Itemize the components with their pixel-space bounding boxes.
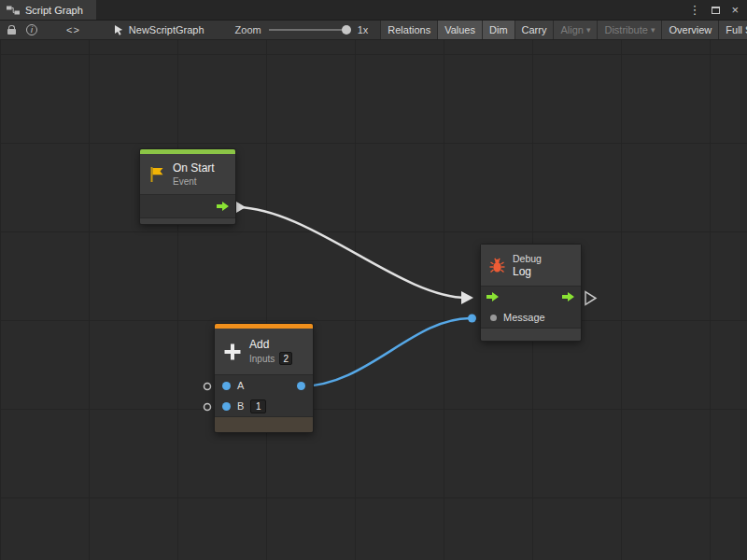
maximize-button[interactable]: [712, 7, 720, 14]
info-icon: i: [26, 24, 37, 35]
node-debug-log[interactable]: Debug Log Message: [481, 245, 581, 341]
graph-asset-button[interactable]: NewScriptGraph: [113, 24, 204, 35]
add-title: Add: [249, 338, 292, 351]
zoom-slider-handle[interactable]: [342, 25, 351, 35]
toolbar-button-distribute[interactable]: Distribute ▾: [598, 21, 662, 40]
info-button[interactable]: i: [16, 21, 37, 39]
on-start-footer: [140, 217, 235, 224]
message-port-label: Message: [503, 312, 545, 323]
zoom-value: 1x: [358, 24, 369, 35]
zoom-label: Zoom: [235, 24, 261, 35]
graph-asset-icon: [113, 24, 124, 35]
tab-title: Script Graph: [25, 5, 83, 16]
maximize-icon: [712, 7, 720, 14]
debug-ports: Message: [481, 287, 581, 328]
flow-input-port[interactable]: [486, 291, 500, 302]
add-header: Add Inputs 2: [215, 329, 313, 375]
titlebar: Script Graph ⋮ ×: [0, 0, 747, 21]
toolbar-button-values[interactable]: Values: [438, 21, 483, 40]
graph-canvas[interactable]: On Start Event: [0, 40, 747, 560]
port-a-label: A: [237, 380, 244, 391]
tab-script-graph[interactable]: Script Graph: [0, 0, 96, 20]
on-start-output-row: [140, 195, 235, 217]
toolbar-button-overview[interactable]: Overview: [662, 21, 719, 40]
lock-button[interactable]: [6, 21, 16, 39]
add-input-count-badge: 2: [279, 352, 292, 365]
value-input-port-a[interactable]: [222, 382, 231, 390]
graph-toolbar: i <> NewScriptGraph Zoom 1x Relations Va…: [0, 21, 747, 40]
debug-flow-row: [481, 287, 581, 307]
on-start-ports: [140, 195, 235, 217]
debug-footer: [481, 328, 581, 341]
add-port-row-b: B: [215, 396, 313, 416]
wire-value[interactable]: [301, 318, 470, 386]
script-graph-window: Script Graph ⋮ × i <> NewScriptGraph Zoo…: [0, 0, 747, 560]
close-button[interactable]: ×: [731, 4, 739, 16]
graph-name: NewScriptGraph: [129, 24, 204, 35]
hollow-port-circle-icon[interactable]: [204, 404, 211, 411]
zoom-slider-track: [269, 29, 347, 31]
wire-control-start-arrow-icon: [236, 202, 246, 213]
port-b-label: B: [237, 400, 244, 412]
flag-icon: [148, 165, 166, 184]
chevron-down-icon: ▾: [651, 21, 655, 40]
node-on-start[interactable]: On Start Event: [140, 149, 235, 224]
add-subtitle: Inputs: [249, 353, 275, 365]
toolbar-button-align[interactable]: Align ▾: [554, 21, 598, 40]
debug-header: Debug Log: [481, 245, 581, 287]
toolbar-button-relations[interactable]: Relations: [380, 21, 438, 40]
chevron-down-icon: ▾: [586, 21, 591, 40]
message-input-port[interactable]: [490, 315, 497, 321]
on-start-header: On Start Event: [140, 154, 235, 195]
hollow-port-circle-icon[interactable]: [204, 384, 211, 390]
debug-surtitle: Debug: [513, 253, 542, 264]
debug-message-row: Message: [481, 307, 581, 328]
wire-value-end-dot: [468, 315, 476, 323]
flow-output-port[interactable]: [562, 291, 575, 302]
toolbar-button-carry[interactable]: Carry: [515, 21, 555, 40]
node-add[interactable]: Add Inputs 2 A B: [215, 324, 313, 432]
value-output-port[interactable]: [297, 382, 305, 390]
add-footer: [215, 416, 313, 432]
value-input-port-b[interactable]: [222, 402, 231, 411]
port-b-value-field[interactable]: [250, 399, 266, 413]
align-label: Align: [560, 21, 583, 40]
flow-output-port[interactable]: [217, 201, 230, 212]
debug-title: Log: [513, 265, 542, 278]
add-ports: A B: [215, 375, 313, 416]
zoom-slider[interactable]: [269, 21, 351, 39]
wires-layer: [0, 40, 747, 560]
distribute-label: Distribute: [604, 21, 647, 40]
lock-icon: [7, 25, 16, 35]
plus-icon: [222, 342, 243, 362]
code-view-button[interactable]: <>: [66, 21, 80, 39]
toolbar-button-fullscreen[interactable]: Full Screen: [719, 21, 747, 40]
hollow-arrow-icon[interactable]: [585, 292, 596, 305]
bug-icon: [488, 257, 506, 274]
script-graph-icon: [7, 5, 20, 16]
wire-control-flow[interactable]: [235, 207, 467, 298]
titlebar-controls: ⋮ ×: [688, 0, 747, 20]
on-start-subtitle: Event: [173, 175, 215, 188]
wire-control-end-arrow-icon: [461, 291, 473, 304]
window-menu-button[interactable]: ⋮: [688, 4, 700, 16]
toolbar-button-dim[interactable]: Dim: [483, 21, 515, 40]
on-start-title: On Start: [173, 161, 215, 175]
add-port-row-a: A: [215, 375, 313, 396]
